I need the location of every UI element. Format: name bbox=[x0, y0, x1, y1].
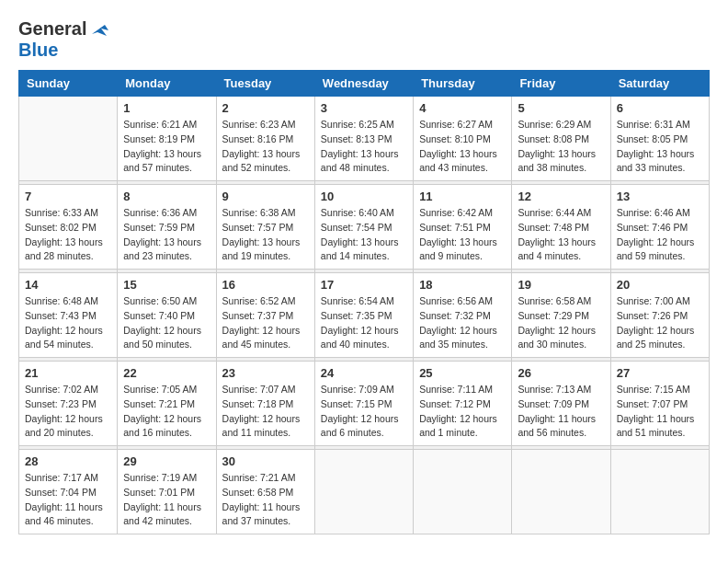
day-number: 29 bbox=[123, 454, 210, 468]
day-number: 17 bbox=[321, 278, 407, 292]
calendar-week-5: 28Sunrise: 7:17 AMSunset: 7:04 PMDayligh… bbox=[19, 450, 710, 534]
calendar-cell: 7Sunrise: 6:33 AMSunset: 8:02 PMDaylight… bbox=[19, 185, 118, 270]
day-info: Sunrise: 7:13 AMSunset: 7:09 PMDaylight:… bbox=[518, 383, 604, 441]
calendar-cell bbox=[414, 450, 512, 534]
calendar-cell bbox=[610, 450, 709, 534]
day-info: Sunrise: 6:27 AMSunset: 8:10 PMDaylight:… bbox=[419, 118, 506, 176]
calendar-cell: 22Sunrise: 7:05 AMSunset: 7:21 PMDayligh… bbox=[118, 362, 216, 446]
day-info: Sunrise: 6:38 AMSunset: 7:57 PMDaylight:… bbox=[222, 206, 309, 264]
day-info: Sunrise: 6:29 AMSunset: 8:08 PMDaylight:… bbox=[518, 118, 604, 176]
day-info: Sunrise: 6:56 AMSunset: 7:32 PMDaylight:… bbox=[419, 294, 506, 352]
calendar-cell: 26Sunrise: 7:13 AMSunset: 7:09 PMDayligh… bbox=[512, 362, 610, 446]
day-number: 11 bbox=[419, 190, 506, 203]
calendar-cell: 3Sunrise: 6:25 AMSunset: 8:13 PMDaylight… bbox=[314, 97, 413, 181]
calendar-cell: 9Sunrise: 6:38 AMSunset: 7:57 PMDaylight… bbox=[216, 185, 314, 270]
day-number: 30 bbox=[222, 454, 309, 468]
col-header-monday: Monday bbox=[118, 71, 216, 97]
col-header-saturday: Saturday bbox=[610, 71, 709, 97]
day-number: 1 bbox=[123, 101, 210, 115]
day-info: Sunrise: 6:21 AMSunset: 8:19 PMDaylight:… bbox=[123, 118, 210, 176]
calendar-cell: 1Sunrise: 6:21 AMSunset: 8:19 PMDaylight… bbox=[118, 97, 216, 181]
day-info: Sunrise: 6:54 AMSunset: 7:35 PMDaylight:… bbox=[321, 294, 407, 352]
day-info: Sunrise: 7:00 AMSunset: 7:26 PMDaylight:… bbox=[617, 294, 703, 352]
calendar-cell: 27Sunrise: 7:15 AMSunset: 7:07 PMDayligh… bbox=[610, 362, 709, 446]
day-number: 7 bbox=[25, 190, 111, 203]
calendar-cell: 15Sunrise: 6:50 AMSunset: 7:40 PMDayligh… bbox=[118, 273, 216, 358]
calendar: SundayMondayTuesdayWednesdayThursdayFrid… bbox=[18, 70, 710, 534]
day-number: 13 bbox=[617, 190, 703, 203]
day-number: 15 bbox=[123, 278, 210, 292]
day-number: 18 bbox=[419, 278, 506, 292]
day-info: Sunrise: 7:19 AMSunset: 7:01 PMDaylight:… bbox=[123, 471, 210, 529]
calendar-cell: 2Sunrise: 6:23 AMSunset: 8:16 PMDaylight… bbox=[216, 97, 314, 181]
day-info: Sunrise: 6:52 AMSunset: 7:37 PMDaylight:… bbox=[222, 294, 309, 352]
day-info: Sunrise: 6:46 AMSunset: 7:46 PMDaylight:… bbox=[617, 206, 703, 264]
calendar-cell: 6Sunrise: 6:31 AMSunset: 8:05 PMDaylight… bbox=[610, 97, 709, 181]
day-info: Sunrise: 6:42 AMSunset: 7:51 PMDaylight:… bbox=[419, 206, 506, 264]
calendar-cell bbox=[314, 450, 413, 534]
calendar-week-3: 14Sunrise: 6:48 AMSunset: 7:43 PMDayligh… bbox=[19, 273, 710, 358]
calendar-cell: 24Sunrise: 7:09 AMSunset: 7:15 PMDayligh… bbox=[314, 362, 413, 446]
calendar-cell: 29Sunrise: 7:19 AMSunset: 7:01 PMDayligh… bbox=[118, 450, 216, 534]
calendar-cell: 17Sunrise: 6:54 AMSunset: 7:35 PMDayligh… bbox=[314, 273, 413, 358]
calendar-week-1: 1Sunrise: 6:21 AMSunset: 8:19 PMDaylight… bbox=[19, 97, 710, 181]
col-header-wednesday: Wednesday bbox=[314, 71, 413, 97]
calendar-cell: 18Sunrise: 6:56 AMSunset: 7:32 PMDayligh… bbox=[414, 273, 512, 358]
calendar-cell: 16Sunrise: 6:52 AMSunset: 7:37 PMDayligh… bbox=[216, 273, 314, 358]
day-number: 2 bbox=[222, 101, 309, 115]
day-number: 21 bbox=[25, 366, 111, 380]
day-info: Sunrise: 7:02 AMSunset: 7:23 PMDaylight:… bbox=[25, 383, 111, 441]
day-info: Sunrise: 6:25 AMSunset: 8:13 PMDaylight:… bbox=[321, 118, 407, 176]
day-number: 12 bbox=[518, 190, 604, 203]
calendar-cell: 21Sunrise: 7:02 AMSunset: 7:23 PMDayligh… bbox=[19, 362, 118, 446]
day-number: 16 bbox=[222, 278, 309, 292]
calendar-cell: 8Sunrise: 6:36 AMSunset: 7:59 PMDaylight… bbox=[118, 185, 216, 270]
calendar-cell: 28Sunrise: 7:17 AMSunset: 7:04 PMDayligh… bbox=[19, 450, 118, 534]
calendar-cell: 20Sunrise: 7:00 AMSunset: 7:26 PMDayligh… bbox=[610, 273, 709, 358]
day-info: Sunrise: 6:48 AMSunset: 7:43 PMDaylight:… bbox=[25, 294, 111, 352]
day-info: Sunrise: 6:23 AMSunset: 8:16 PMDaylight:… bbox=[222, 118, 309, 176]
day-number: 3 bbox=[321, 101, 407, 115]
calendar-cell: 25Sunrise: 7:11 AMSunset: 7:12 PMDayligh… bbox=[414, 362, 512, 446]
day-info: Sunrise: 7:05 AMSunset: 7:21 PMDaylight:… bbox=[123, 383, 210, 441]
calendar-cell: 12Sunrise: 6:44 AMSunset: 7:48 PMDayligh… bbox=[512, 185, 610, 270]
day-info: Sunrise: 6:58 AMSunset: 7:29 PMDaylight:… bbox=[518, 294, 604, 352]
calendar-cell: 4Sunrise: 6:27 AMSunset: 8:10 PMDaylight… bbox=[414, 97, 512, 181]
calendar-cell: 14Sunrise: 6:48 AMSunset: 7:43 PMDayligh… bbox=[19, 273, 118, 358]
day-number: 23 bbox=[222, 366, 309, 380]
day-number: 8 bbox=[123, 190, 210, 203]
calendar-cell: 13Sunrise: 6:46 AMSunset: 7:46 PMDayligh… bbox=[610, 185, 709, 270]
day-number: 28 bbox=[25, 454, 111, 468]
day-number: 19 bbox=[518, 278, 604, 292]
day-number: 6 bbox=[617, 101, 703, 115]
day-number: 20 bbox=[617, 278, 703, 292]
col-header-sunday: Sunday bbox=[19, 71, 118, 97]
day-number: 5 bbox=[518, 101, 604, 115]
logo-bird-icon bbox=[88, 21, 108, 38]
calendar-header-row: SundayMondayTuesdayWednesdayThursdayFrid… bbox=[19, 71, 710, 97]
day-info: Sunrise: 6:44 AMSunset: 7:48 PMDaylight:… bbox=[518, 206, 604, 264]
day-number: 27 bbox=[617, 366, 703, 380]
logo: General Blue bbox=[18, 18, 108, 61]
day-number: 24 bbox=[321, 366, 407, 380]
day-info: Sunrise: 6:36 AMSunset: 7:59 PMDaylight:… bbox=[123, 206, 210, 264]
day-info: Sunrise: 7:09 AMSunset: 7:15 PMDaylight:… bbox=[321, 383, 407, 441]
day-info: Sunrise: 6:40 AMSunset: 7:54 PMDaylight:… bbox=[321, 206, 407, 264]
calendar-cell bbox=[19, 97, 118, 181]
day-info: Sunrise: 7:17 AMSunset: 7:04 PMDaylight:… bbox=[25, 471, 111, 529]
day-number: 26 bbox=[518, 366, 604, 380]
header: General Blue bbox=[18, 18, 710, 61]
day-info: Sunrise: 6:33 AMSunset: 8:02 PMDaylight:… bbox=[25, 206, 111, 264]
day-info: Sunrise: 6:50 AMSunset: 7:40 PMDaylight:… bbox=[123, 294, 210, 352]
day-number: 9 bbox=[222, 190, 309, 203]
calendar-cell: 19Sunrise: 6:58 AMSunset: 7:29 PMDayligh… bbox=[512, 273, 610, 358]
col-header-thursday: Thursday bbox=[414, 71, 512, 97]
day-number: 4 bbox=[419, 101, 506, 115]
col-header-tuesday: Tuesday bbox=[216, 71, 314, 97]
day-number: 10 bbox=[321, 190, 407, 203]
calendar-week-2: 7Sunrise: 6:33 AMSunset: 8:02 PMDaylight… bbox=[19, 185, 710, 270]
day-number: 22 bbox=[123, 366, 210, 380]
calendar-cell: 23Sunrise: 7:07 AMSunset: 7:18 PMDayligh… bbox=[216, 362, 314, 446]
logo-general: General bbox=[18, 18, 86, 40]
day-number: 14 bbox=[25, 278, 111, 292]
